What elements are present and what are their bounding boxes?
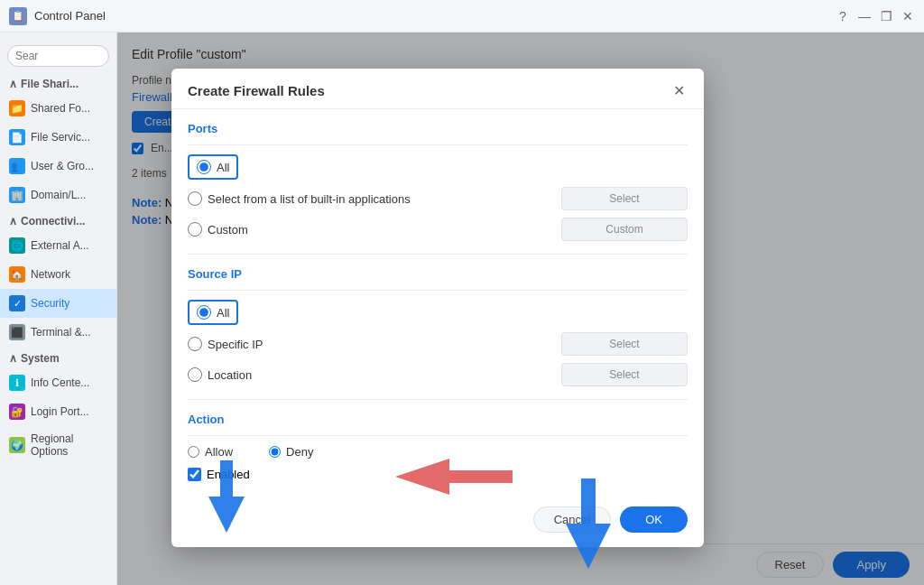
titlebar-title: Control Panel bbox=[34, 9, 828, 23]
sidebar-item-label: External A... bbox=[31, 239, 89, 252]
sidebar-item-label: User & Gro... bbox=[31, 160, 94, 172]
maximize-button[interactable]: ❐ bbox=[879, 9, 893, 23]
shared-folders-icon: 📁 bbox=[9, 100, 25, 116]
select-location-button[interactable]: Select bbox=[561, 363, 688, 386]
custom-button[interactable]: Custom bbox=[561, 218, 688, 241]
app-icon: 📋 bbox=[9, 7, 27, 25]
ip-all-radio[interactable] bbox=[197, 305, 211, 320]
ip-location-row: Location Select bbox=[188, 363, 688, 386]
info-center-icon: ℹ bbox=[9, 375, 25, 391]
sidebar-item-label: Network bbox=[31, 268, 70, 281]
sidebar-item-shared-folders[interactable]: 📁 Shared Fo... bbox=[0, 94, 116, 123]
sidebar-section-file-sharing[interactable]: ∧ File Shari... bbox=[0, 72, 116, 94]
action-section-title: Action bbox=[188, 413, 688, 426]
section-label: Connectivi... bbox=[21, 215, 85, 228]
sidebar-item-login-portal[interactable]: 🔐 Login Port... bbox=[0, 397, 116, 426]
chevron-icon: ∧ bbox=[9, 78, 17, 90]
blue-arrow-down-right bbox=[561, 478, 615, 571]
sidebar-item-label: Security bbox=[31, 297, 69, 310]
ports-all-label: All bbox=[217, 161, 229, 174]
ip-all-highlighted: All bbox=[188, 300, 238, 325]
source-ip-divider bbox=[188, 399, 688, 400]
user-group-icon: 👥 bbox=[9, 158, 25, 174]
close-window-button[interactable]: ✕ bbox=[901, 9, 915, 23]
dialog-footer: Cancel OK bbox=[171, 497, 704, 547]
dialog-body: Ports All Select from a list of built-in… bbox=[171, 109, 704, 497]
sidebar-item-label: Login Port... bbox=[31, 405, 89, 418]
sidebar-item-terminal[interactable]: ⬛ Terminal &... bbox=[0, 318, 116, 347]
file-services-icon: 📄 bbox=[9, 129, 25, 145]
select-ip-button[interactable]: Select bbox=[561, 332, 688, 356]
regional-options-icon: 🌍 bbox=[9, 437, 25, 453]
sidebar-item-external-access[interactable]: 🌐 External A... bbox=[0, 231, 116, 260]
terminal-icon: ⬛ bbox=[9, 324, 25, 340]
sidebar-section-connectivity[interactable]: ∧ Connectivi... bbox=[0, 209, 116, 231]
sidebar-item-label: Shared Fo... bbox=[31, 102, 90, 115]
ports-custom-radio[interactable] bbox=[188, 222, 202, 237]
ports-all-highlighted: All bbox=[188, 154, 238, 180]
dialog-close-button[interactable]: ✕ bbox=[670, 81, 688, 99]
login-portal-icon: 🔐 bbox=[9, 404, 25, 420]
action-options-row: Allow Deny bbox=[188, 445, 688, 459]
sidebar-item-network[interactable]: 🏠 Network bbox=[0, 260, 116, 289]
section-label: System bbox=[21, 352, 60, 365]
sidebar-item-label: Domain/L... bbox=[31, 189, 86, 201]
sidebar-item-user-group[interactable]: 👥 User & Gro... bbox=[0, 152, 116, 181]
help-button[interactable]: ? bbox=[836, 9, 850, 23]
action-allow-radio[interactable] bbox=[188, 446, 199, 458]
ip-all-row: All bbox=[188, 300, 688, 325]
ports-all-radio[interactable] bbox=[197, 160, 211, 174]
sidebar: ∧ File Shari... 📁 Shared Fo... 📄 File Se… bbox=[0, 32, 117, 585]
main-layout: ∧ File Shari... 📁 Shared Fo... 📄 File Se… bbox=[0, 32, 924, 585]
ip-location-label: Location bbox=[188, 367, 554, 382]
window-controls: ? — ❐ ✕ bbox=[836, 9, 915, 23]
section-label: File Shari... bbox=[21, 78, 79, 90]
ports-builtin-radio[interactable] bbox=[188, 191, 202, 206]
sidebar-item-info-center[interactable]: ℹ Info Cente... bbox=[0, 368, 116, 397]
ip-specific-radio[interactable] bbox=[188, 337, 202, 351]
security-icon: ✓ bbox=[9, 295, 25, 311]
chevron-icon: ∧ bbox=[9, 352, 17, 365]
source-ip-section-title: Source IP bbox=[188, 267, 688, 281]
external-access-icon: 🌐 bbox=[9, 237, 25, 254]
action-deny-label: Deny bbox=[269, 445, 313, 459]
sidebar-item-label: Regional Options bbox=[31, 432, 107, 458]
ports-divider bbox=[188, 254, 688, 255]
ports-section-title: Ports bbox=[188, 122, 688, 135]
sidebar-item-security[interactable]: ✓ Security bbox=[0, 289, 116, 318]
svg-marker-0 bbox=[395, 459, 513, 495]
ip-location-radio[interactable] bbox=[188, 367, 202, 382]
ip-all-label: All bbox=[217, 306, 229, 320]
content-area: Edit Profile "custom" Profile na... Fire… bbox=[117, 32, 924, 585]
sidebar-item-domain[interactable]: 🏢 Domain/L... bbox=[0, 181, 116, 209]
dialog-header: Create Firewall Rules ✕ bbox=[171, 69, 704, 109]
ports-custom-row: Custom Custom bbox=[188, 218, 688, 241]
sidebar-item-file-services[interactable]: 📄 File Servic... bbox=[0, 123, 116, 152]
enabled-checkbox[interactable] bbox=[188, 468, 201, 481]
domain-icon: 🏢 bbox=[9, 187, 25, 203]
sidebar-item-regional-options[interactable]: 🌍 Regional Options bbox=[0, 426, 116, 464]
dialog-title: Create Firewall Rules bbox=[188, 83, 325, 98]
action-allow-label: Allow bbox=[188, 445, 233, 459]
sidebar-section-system[interactable]: ∧ System bbox=[0, 347, 116, 368]
titlebar: 📋 Control Panel ? — ❐ ✕ bbox=[0, 0, 924, 32]
minimize-button[interactable]: — bbox=[857, 9, 872, 23]
ip-specific-row: Specific IP Select bbox=[188, 332, 688, 356]
sidebar-item-label: File Servic... bbox=[31, 131, 90, 144]
red-arrow-annotation bbox=[395, 454, 513, 502]
action-deny-radio[interactable] bbox=[269, 446, 281, 458]
search-input[interactable] bbox=[7, 45, 109, 67]
ports-all-row: All bbox=[188, 154, 688, 180]
ports-custom-label: Custom bbox=[188, 222, 554, 237]
create-firewall-dialog: Create Firewall Rules ✕ Ports All bbox=[171, 69, 704, 547]
blue-arrow-down-left bbox=[204, 460, 249, 535]
sidebar-item-label: Info Cente... bbox=[31, 376, 89, 389]
chevron-icon: ∧ bbox=[9, 215, 17, 228]
ports-builtin-row: Select from a list of built-in applicati… bbox=[188, 187, 688, 210]
sidebar-search-container bbox=[0, 40, 116, 72]
svg-marker-1 bbox=[208, 460, 245, 533]
ok-button[interactable]: OK bbox=[620, 506, 688, 533]
select-builtin-button[interactable]: Select bbox=[561, 187, 688, 210]
ports-builtin-label: Select from a list of built-in applicati… bbox=[188, 191, 554, 206]
network-icon: 🏠 bbox=[9, 266, 25, 283]
